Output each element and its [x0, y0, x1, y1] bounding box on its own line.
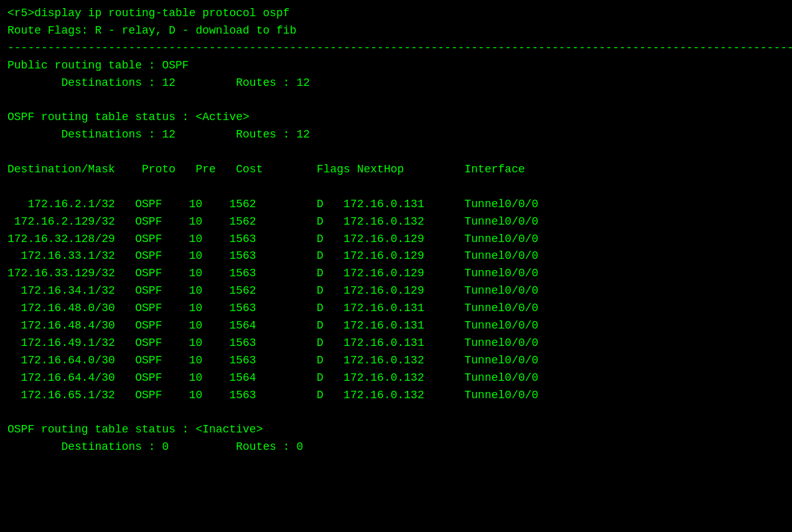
- blank2: [7, 144, 785, 161]
- ospf-inactive-header: OSPF routing table status : <Inactive>: [7, 421, 785, 439]
- column-headers: Destination/Mask Proto Pre Cost Flags Ne…: [7, 161, 785, 179]
- public-destinations: Destinations : 12 Routes : 12: [7, 75, 785, 92]
- table-row: 172.16.33.1/32 OSPF 10 1563 D 172.16.0.1…: [7, 248, 785, 265]
- table-row: 172.16.64.4/30 OSPF 10 1564 D 172.16.0.1…: [7, 370, 785, 387]
- table-row: 172.16.34.1/32 OSPF 10 1562 D 172.16.0.1…: [7, 282, 785, 300]
- table-row: 172.16.2.129/32 OSPF 10 1562 D 172.16.0.…: [7, 213, 785, 231]
- route-flags: Route Flags: R - relay, D - download to …: [7, 22, 785, 40]
- ospf-active-header: OSPF routing table status : <Active>: [7, 109, 785, 126]
- blank1: [7, 91, 785, 109]
- blank3: [7, 179, 785, 196]
- prompt-command: <r5>display ip routing-table protocol os…: [7, 5, 785, 22]
- table-row: 172.16.65.1/32 OSPF 10 1563 D 172.16.0.1…: [7, 387, 785, 404]
- table-row: 172.16.48.4/30 OSPF 10 1564 D 172.16.0.1…: [7, 317, 785, 335]
- ospf-active-dest: Destinations : 12 Routes : 12: [7, 126, 785, 144]
- public-table-header: Public routing table : OSPF: [7, 57, 785, 75]
- table-row: 172.16.2.1/32 OSPF 10 1562 D 172.16.0.13…: [7, 196, 785, 213]
- routes-table: 172.16.2.1/32 OSPF 10 1562 D 172.16.0.13…: [7, 196, 785, 404]
- ospf-inactive-dest: Destinations : 0 Routes : 0: [7, 439, 785, 456]
- terminal-window: <r5>display ip routing-table protocol os…: [0, 0, 792, 461]
- table-row: 172.16.49.1/32 OSPF 10 1563 D 172.16.0.1…: [7, 335, 785, 352]
- blank4: [7, 404, 785, 421]
- table-row: 172.16.33.129/32 OSPF 10 1563 D 172.16.0…: [7, 265, 785, 282]
- table-row: 172.16.64.0/30 OSPF 10 1563 D 172.16.0.1…: [7, 352, 785, 370]
- table-row: 172.16.48.0/30 OSPF 10 1563 D 172.16.0.1…: [7, 300, 785, 317]
- separator-line: ----------------------------------------…: [7, 40, 785, 57]
- table-row: 172.16.32.128/29 OSPF 10 1563 D 172.16.0…: [7, 231, 785, 248]
